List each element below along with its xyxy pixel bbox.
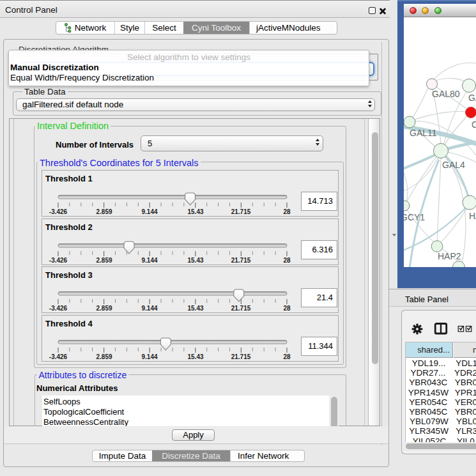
svg-text:C: C [472, 119, 476, 130]
svg-text:GAL: GAL [468, 93, 476, 103]
svg-text:GAL80: GAL80 [432, 89, 460, 99]
svg-text:HAP2: HAP2 [438, 251, 461, 261]
svg-text:GAL4: GAL4 [442, 160, 465, 170]
svg-text:GCY1: GCY1 [404, 212, 425, 222]
svg-text:GAL11: GAL11 [410, 128, 437, 138]
svg-text:HA: HA [469, 211, 476, 221]
